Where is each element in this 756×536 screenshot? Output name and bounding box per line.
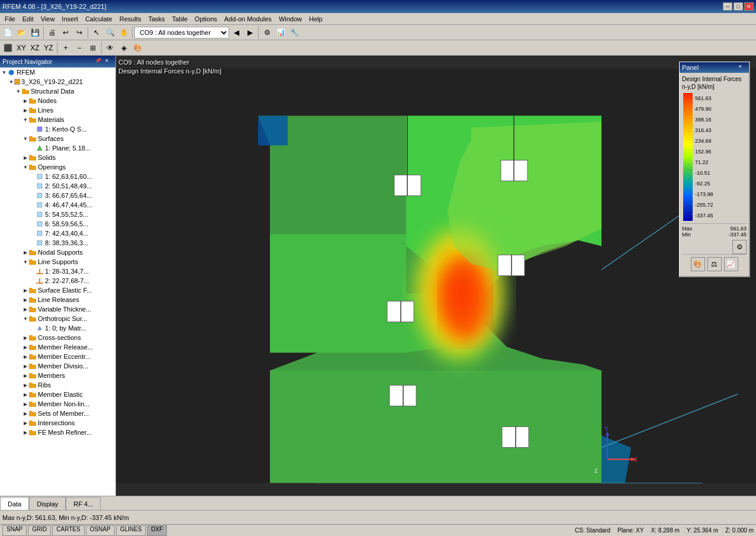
expand-icon-10[interactable]: ▼ <box>22 165 28 170</box>
tree-item-3[interactable]: ▶Nodes <box>0 96 115 105</box>
tree-item-11[interactable]: 1: 62,63,61,60... <box>0 172 115 181</box>
panel-color-button[interactable]: 🎨 <box>691 257 705 271</box>
expand-icon-28[interactable]: ▶ <box>22 335 28 341</box>
expand-icon-23[interactable]: ▶ <box>22 288 28 293</box>
tree-item-22[interactable]: 2: 22-27,68-7... <box>0 276 115 285</box>
next-button[interactable]: ▶ <box>243 26 256 39</box>
expand-icon-30[interactable]: ▶ <box>22 354 28 360</box>
tree-item-25[interactable]: ▶Variable Thickne... <box>0 304 115 314</box>
tree-item-36[interactable]: ▶Sets of Member... <box>0 409 115 418</box>
menu-insert[interactable]: Insert <box>58 14 82 24</box>
expand-icon-20[interactable]: ▼ <box>22 259 28 265</box>
menu-window[interactable]: Window <box>275 14 305 24</box>
expand-icon-19[interactable]: ▶ <box>22 250 28 255</box>
tree-item-20[interactable]: ▼Line Supports <box>0 257 115 267</box>
menu-addon[interactable]: Add-on Modules <box>221 14 275 24</box>
expand-icon-32[interactable]: ▶ <box>22 373 28 378</box>
tree-item-38[interactable]: ▶FE Mesh Refiner... <box>0 428 115 437</box>
tree-item-37[interactable]: ▶Intersections <box>0 418 115 428</box>
expand-icon-35[interactable]: ▶ <box>22 402 28 407</box>
tree-item-15[interactable]: 5: 54,55,52,5... <box>0 210 115 219</box>
tree-item-4[interactable]: ▶Lines <box>0 105 115 115</box>
tree-item-13[interactable]: 3: 66,67,65,64... <box>0 191 115 200</box>
tab-display[interactable]: Display <box>29 497 66 510</box>
tb-icon2[interactable]: 📊 <box>274 26 287 39</box>
expand-icon-38[interactable]: ▶ <box>22 430 28 435</box>
tab-data[interactable]: Data <box>0 497 29 510</box>
view-xy[interactable]: XY <box>15 41 28 54</box>
tree-item-35[interactable]: ▶Member Non-lin... <box>0 399 115 409</box>
color-button[interactable]: 🎨 <box>131 41 144 54</box>
tree-item-18[interactable]: 8: 38,39,36,3... <box>0 238 115 248</box>
expand-icon-3[interactable]: ▶ <box>22 98 28 104</box>
menu-results[interactable]: Results <box>116 14 145 24</box>
expand-icon-1[interactable]: ▼ <box>8 79 14 85</box>
tree-item-26[interactable]: ▼Orthotropic Sur... <box>0 314 115 323</box>
view-3d[interactable]: ⬛ <box>1 41 14 54</box>
tree-item-31[interactable]: ▶Member Divisio... <box>0 361 115 371</box>
expand-icon-36[interactable]: ▶ <box>22 411 28 416</box>
zoom-out[interactable]: − <box>73 41 86 54</box>
osnap-button[interactable]: OSNAP <box>86 525 115 536</box>
tb-icon3[interactable]: 🔧 <box>288 26 301 39</box>
tree-item-8[interactable]: 1: Plane; 5.18... <box>0 143 115 153</box>
display-options[interactable]: 👁 <box>104 41 117 54</box>
tree-item-1[interactable]: ▼3_X26_Y19-22_d221 <box>0 77 115 86</box>
tree-item-33[interactable]: ▶Ribs <box>0 380 115 390</box>
tab-rf4[interactable]: RF 4... <box>66 497 101 510</box>
tree-item-28[interactable]: ▶Cross-sections <box>0 333 115 342</box>
maximize-button[interactable]: □ <box>734 2 743 11</box>
panel-graph-button[interactable]: 📈 <box>724 257 738 271</box>
tree-item-9[interactable]: ▶Solids <box>0 153 115 162</box>
nav-close[interactable]: ✕ <box>105 58 113 66</box>
expand-icon-24[interactable]: ▶ <box>22 297 28 303</box>
tree-item-6[interactable]: 1: Kerto-Q S... <box>0 124 115 134</box>
tree-item-23[interactable]: ▶Surface Elastic F... <box>0 285 115 295</box>
print-button[interactable]: 🖨 <box>46 26 59 39</box>
tree-item-10[interactable]: ▼Openings <box>0 162 115 172</box>
tree-item-30[interactable]: ▶Member Eccentr... <box>0 352 115 361</box>
render-button[interactable]: ◈ <box>117 41 130 54</box>
grid-button[interactable]: GRID <box>28 525 51 536</box>
nav-pin[interactable]: 📌 <box>95 58 104 66</box>
menu-view[interactable]: View <box>37 14 59 24</box>
menu-calculate[interactable]: Calculate <box>82 14 116 24</box>
redo-button[interactable]: ↪ <box>73 26 86 39</box>
view-yz[interactable]: YZ <box>42 41 55 54</box>
panel-close-button[interactable]: ✕ <box>738 64 747 72</box>
tree-item-14[interactable]: 4: 46,47,44,45... <box>0 200 115 210</box>
snap-button[interactable]: SNAP <box>2 525 27 536</box>
tree-item-12[interactable]: 2: 50,51,48,49... <box>0 181 115 191</box>
tree-item-5[interactable]: ▼Materials <box>0 115 115 124</box>
expand-icon-34[interactable]: ▶ <box>22 392 28 397</box>
cartes-button[interactable]: CARTES <box>52 525 84 536</box>
undo-button[interactable]: ↩ <box>59 26 72 39</box>
menu-tasks[interactable]: Tasks <box>144 14 168 24</box>
tree-item-24[interactable]: ▶Line Releases <box>0 295 115 304</box>
minimize-button[interactable]: ─ <box>723 2 732 11</box>
expand-icon-0[interactable]: ▼ <box>1 70 7 75</box>
expand-icon-29[interactable]: ▶ <box>22 345 28 350</box>
select-button[interactable]: ↖ <box>90 26 103 39</box>
pan-button[interactable]: ✋ <box>117 26 130 39</box>
menu-edit[interactable]: Edit <box>19 14 37 24</box>
load-case-dropdown[interactable]: CO9 : All nodes together <box>134 27 229 38</box>
new-button[interactable]: 📄 <box>1 26 14 39</box>
menu-table[interactable]: Table <box>169 14 191 24</box>
menu-help[interactable]: Help <box>305 14 326 24</box>
tree-item-16[interactable]: 6: 58,59,56,5... <box>0 219 115 229</box>
panel-scale-button[interactable]: ⚖ <box>707 257 722 271</box>
expand-icon-9[interactable]: ▶ <box>22 155 28 161</box>
expand-icon-37[interactable]: ▶ <box>22 421 28 426</box>
save-button[interactable]: 💾 <box>28 26 41 39</box>
expand-icon-25[interactable]: ▶ <box>22 307 28 312</box>
viewport[interactable]: CO9 : All nodes together Design Internal… <box>116 56 756 496</box>
expand-icon-5[interactable]: ▼ <box>22 117 28 123</box>
zoom-all[interactable]: ⊞ <box>86 41 99 54</box>
tree-item-34[interactable]: ▶Member Elastic <box>0 390 115 399</box>
tree-item-7[interactable]: ▼Surfaces <box>0 134 115 143</box>
tree-item-0[interactable]: ▼🔵RFEM <box>0 68 115 77</box>
expand-icon-26[interactable]: ▼ <box>22 316 28 322</box>
tree-item-27[interactable]: 1: 0; by Matr... <box>0 323 115 333</box>
tree-item-2[interactable]: ▼Structural Data <box>0 86 115 96</box>
